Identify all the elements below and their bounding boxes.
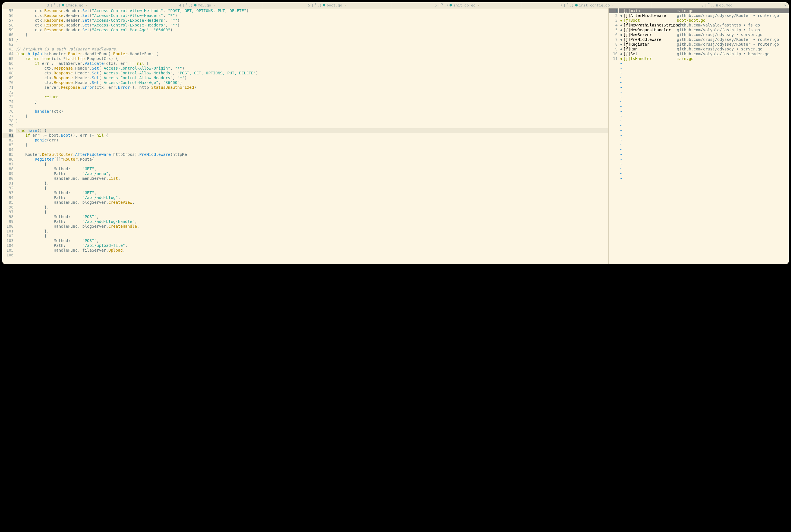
go-icon: ⬢: [62, 3, 64, 7]
go-icon: ⬢: [449, 3, 452, 7]
tab-bar: 3|2.) ⬢ image.go▾ 4|3.) ⬢ md5.go▾ 5|4.) …: [2, 2, 789, 8]
chevron-down-icon: ▾: [84, 4, 88, 7]
symbol-row[interactable]: ●[ƒ]NewServergithub.com/crusj/odyssey • …: [619, 33, 789, 37]
go-icon: ⬢: [194, 3, 197, 7]
tab-init-db[interactable]: 6|5.) ⬢ init_db.go▾: [392, 2, 522, 8]
symbol-list: ○[ƒ]mainmain.go●[ƒ]AfterMiddlewaregithub…: [619, 8, 789, 264]
tab-boot[interactable]: 5|4.) ⬢ boot.go▾: [262, 2, 392, 8]
symbol-row[interactable]: ●[ƒ]fsHandlermain.go: [619, 56, 789, 61]
symbol-row[interactable]: ●[ƒ]Bootboot/boot.go: [619, 18, 789, 23]
symbols-panel: 1234567891011 ○[ƒ]mainmain.go●[ƒ]AfterMi…: [608, 8, 789, 264]
file-icon: ▤: [716, 3, 718, 7]
go-icon: ⬢: [575, 3, 578, 7]
line-gutter: 5556575859606162636465666768697071727374…: [2, 8, 16, 264]
chevron-down-icon: ▾: [212, 4, 215, 7]
symbol-gutter: 1234567891011: [609, 8, 619, 264]
symbol-row[interactable]: ●[ƒ]AfterMiddlewaregithub.com/crusj/odys…: [619, 13, 789, 18]
symbol-row[interactable]: ●[ƒ]Registergithub.com/crusj/odyssey/Rou…: [619, 42, 789, 47]
symbol-row[interactable]: ●[ƒ]NewRequestHandlergithub.com/valyala/…: [619, 27, 789, 33]
editor-window: 3|2.) ⬢ image.go▾ 4|3.) ⬢ md5.go▾ 5|4.) …: [2, 2, 789, 264]
chevron-down-icon: ▾: [477, 4, 479, 7]
code-body[interactable]: ctx.Response.Header.Set("Access-Control-…: [16, 8, 608, 264]
symbol-row[interactable]: ○[ƒ]mainmain.go: [619, 8, 789, 13]
tab-go-mod[interactable]: 8|7.) ▤ go.mod: [652, 2, 782, 8]
symbol-row[interactable]: ●[ƒ]NewPathSlashesStrippergithub.com/val…: [619, 23, 789, 27]
close-icon[interactable]: ✕: [782, 3, 789, 7]
main-area: 5556575859606162636465666768697071727374…: [2, 8, 789, 264]
tab-md5[interactable]: 4|3.) ⬢ md5.go▾: [132, 2, 262, 8]
symbol-row[interactable]: ●[ƒ]PreMiddlewaregithub.com/crusj/odysse…: [619, 37, 789, 42]
symbol-row[interactable]: ●[ƒ]Rungithub.com/crusj/odyssey • server…: [619, 47, 789, 52]
chevron-down-icon: ▾: [343, 4, 346, 7]
go-icon: ⬢: [323, 3, 325, 7]
chevron-down-icon: ▾: [611, 4, 614, 7]
code-editor[interactable]: 5556575859606162636465666768697071727374…: [2, 8, 608, 264]
symbol-row[interactable]: ●[ƒ]Setgithub.com/valyala/fasthttp • hea…: [619, 52, 789, 56]
tab-init-config[interactable]: 7|6.) ⬢ init_config.go▾: [522, 2, 652, 8]
tab-image[interactable]: 3|2.) ⬢ image.go▾: [2, 2, 132, 8]
